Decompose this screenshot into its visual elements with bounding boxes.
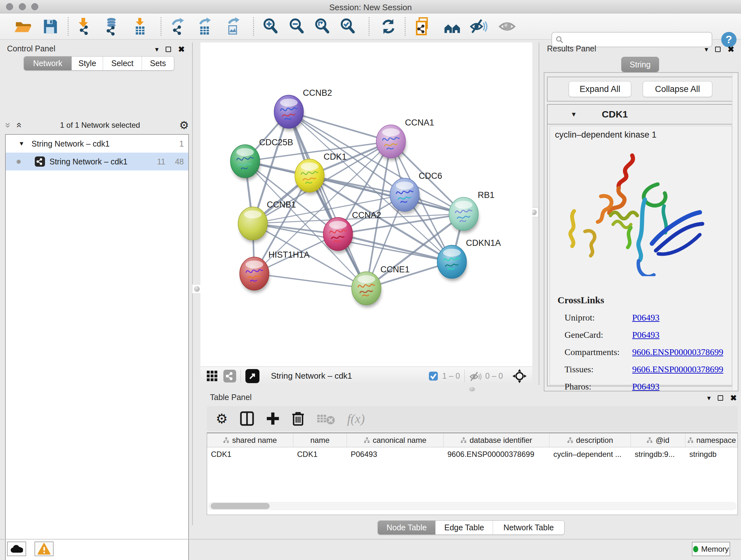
tab-sets[interactable]: Sets bbox=[142, 57, 174, 70]
grid-view-icon[interactable] bbox=[206, 370, 218, 382]
first-neighbors-icon[interactable] bbox=[443, 17, 461, 36]
network-row[interactable]: String Network – cdk1 11 48 bbox=[6, 152, 188, 171]
network-node-CDK1[interactable] bbox=[295, 159, 325, 195]
network-node-CCNB1[interactable] bbox=[238, 207, 268, 243]
export-table-icon[interactable] bbox=[196, 17, 214, 36]
show-all-icon[interactable] bbox=[498, 17, 517, 36]
expand-all-button[interactable]: Expand All bbox=[569, 81, 631, 97]
column-header-database-identifier[interactable]: database identifier bbox=[444, 433, 549, 447]
crosslink-label: GeneCard: bbox=[564, 330, 603, 340]
delete-column-icon[interactable] bbox=[292, 411, 305, 426]
table-cell[interactable]: cyclin–dependent ... bbox=[549, 447, 631, 462]
crosslink-value-link[interactable]: 9606.ENSP00000378699 bbox=[632, 347, 723, 357]
network-node-HIST1H1A[interactable] bbox=[240, 257, 269, 293]
table-cell[interactable]: P06493 bbox=[347, 447, 444, 462]
table-cell[interactable]: CDK1 bbox=[293, 447, 347, 462]
table-hscrollbar-thumb[interactable] bbox=[211, 503, 270, 509]
collapse-gene-icon[interactable]: ▼ bbox=[570, 111, 577, 118]
toolbar-separator bbox=[464, 370, 465, 382]
column-header-description[interactable]: description bbox=[549, 433, 631, 447]
tab-string[interactable]: String bbox=[621, 57, 659, 72]
close-panel-icon[interactable]: ✖ bbox=[178, 45, 185, 54]
node-label-CCNA1: CCNA1 bbox=[405, 118, 434, 127]
table-hscrollbar[interactable] bbox=[208, 502, 737, 510]
network-node-CCNA1[interactable] bbox=[376, 125, 406, 161]
birds-eye-view-icon[interactable] bbox=[512, 368, 527, 384]
network-view-canvas[interactable]: CCNB2CCNA1CDC25BCDK1CDC6RB1CCNB1CCNA2CDK… bbox=[200, 43, 532, 367]
expand-all-networks-icon[interactable]: » bbox=[13, 123, 23, 128]
right-splitter[interactable] bbox=[539, 43, 539, 385]
network-share-view-icon[interactable] bbox=[223, 370, 236, 382]
column-header-shared-name[interactable]: shared name bbox=[207, 433, 293, 447]
maximize-panel-icon[interactable] bbox=[718, 395, 723, 401]
collapse-all-networks-icon[interactable]: » bbox=[3, 123, 13, 128]
zoom-selected-icon[interactable] bbox=[339, 17, 357, 36]
close-panel-icon[interactable]: ✖ bbox=[728, 45, 734, 54]
crosslink-value-link[interactable]: 9606.ENSP00000378699 bbox=[632, 364, 723, 374]
results-panel-scrollbar[interactable] bbox=[732, 73, 737, 390]
network-node-RB1[interactable] bbox=[449, 197, 479, 233]
show-columns-icon[interactable] bbox=[240, 411, 254, 426]
tab-select[interactable]: Select bbox=[103, 57, 142, 70]
column-header-canonical-name[interactable]: canonical name bbox=[347, 433, 444, 447]
network-node-CCNE1[interactable] bbox=[352, 272, 381, 307]
network-edge-HIST1H1A-CCNE1[interactable] bbox=[254, 273, 366, 288]
column-header-name[interactable]: name bbox=[293, 433, 347, 447]
open-session-icon[interactable] bbox=[13, 17, 32, 36]
import-network-from-database-icon[interactable] bbox=[102, 17, 121, 36]
import-table-from-file-icon[interactable] bbox=[131, 17, 149, 36]
export-image-icon[interactable] bbox=[224, 17, 243, 36]
tab-edge-table[interactable]: Edge Table bbox=[435, 521, 493, 535]
tab-node-table[interactable]: Node Table bbox=[378, 521, 435, 535]
zoom-fit-icon[interactable] bbox=[313, 17, 332, 36]
close-panel-icon[interactable]: ✖ bbox=[730, 393, 737, 402]
tab-network[interactable]: Network bbox=[24, 57, 72, 70]
column-header--id[interactable]: @id bbox=[631, 433, 685, 447]
maximize-panel-icon[interactable] bbox=[715, 47, 721, 52]
table-row[interactable]: CDK1CDK1P064939606.ENSP00000378699cyclin… bbox=[207, 447, 738, 462]
crosslink-value-link[interactable]: P06493 bbox=[632, 381, 660, 392]
table-cell[interactable]: stringdb:9... bbox=[631, 447, 685, 462]
crosslink-value-link[interactable]: P06493 bbox=[632, 330, 660, 340]
detach-view-icon[interactable] bbox=[246, 369, 259, 383]
gene-card-header[interactable]: ▼ CDK1 bbox=[548, 105, 734, 125]
add-column-icon[interactable] bbox=[266, 412, 280, 425]
clone-network-icon[interactable] bbox=[415, 17, 433, 36]
gear-icon[interactable]: ⚙ bbox=[179, 119, 189, 132]
collection-expand-icon[interactable]: ▼ bbox=[18, 140, 24, 147]
network-node-CDKN1A[interactable] bbox=[437, 245, 467, 281]
cloud-status-button[interactable] bbox=[7, 542, 26, 556]
column-header-namespace[interactable]: namespace bbox=[685, 433, 738, 447]
network-node-CDC25B[interactable] bbox=[230, 145, 260, 180]
table-cell[interactable]: CDK1 bbox=[207, 447, 293, 462]
toolbar-separator bbox=[368, 17, 369, 36]
warnings-button[interactable] bbox=[35, 542, 54, 556]
export-network-icon[interactable] bbox=[169, 17, 187, 36]
network-collection-row[interactable]: ▼ String Network – cdk1 1 bbox=[6, 135, 188, 152]
left-splitter[interactable] bbox=[192, 43, 193, 525]
float-panel-icon[interactable]: ▾ bbox=[155, 45, 158, 54]
crosslink-value-link[interactable]: P06493 bbox=[632, 313, 660, 323]
refresh-icon[interactable] bbox=[379, 17, 398, 36]
hide-selected-icon[interactable] bbox=[469, 17, 488, 36]
save-session-icon[interactable] bbox=[41, 17, 59, 36]
network-edge-CCNB2-CCNA1[interactable] bbox=[289, 112, 391, 141]
network-edge-CCNB2-CCNE1[interactable] bbox=[289, 112, 366, 288]
network-edge-count: 48 bbox=[175, 157, 184, 166]
import-network-from-file-icon[interactable] bbox=[75, 17, 93, 36]
table-options-gear-icon[interactable]: ⚙ bbox=[216, 411, 228, 427]
memory-button[interactable]: Memory bbox=[692, 542, 730, 556]
zoom-out-icon[interactable] bbox=[288, 17, 307, 36]
maximize-panel-icon[interactable] bbox=[165, 47, 171, 52]
node-label-CCNE1: CCNE1 bbox=[381, 265, 410, 274]
selected-checkbox-icon[interactable] bbox=[428, 371, 439, 381]
zoom-in-icon[interactable] bbox=[262, 17, 280, 36]
table-cell[interactable]: stringdb bbox=[685, 447, 738, 462]
collapse-all-button[interactable]: Collapse All bbox=[643, 81, 712, 97]
float-panel-icon[interactable]: ▾ bbox=[707, 394, 711, 402]
float-panel-icon[interactable]: ▾ bbox=[704, 45, 708, 54]
table-cell[interactable]: 9606.ENSP00000378699 bbox=[444, 447, 549, 462]
network-node-CCNB2[interactable] bbox=[274, 95, 304, 131]
tab-network-table[interactable]: Network Table bbox=[493, 521, 564, 535]
tab-style[interactable]: Style bbox=[72, 57, 103, 70]
